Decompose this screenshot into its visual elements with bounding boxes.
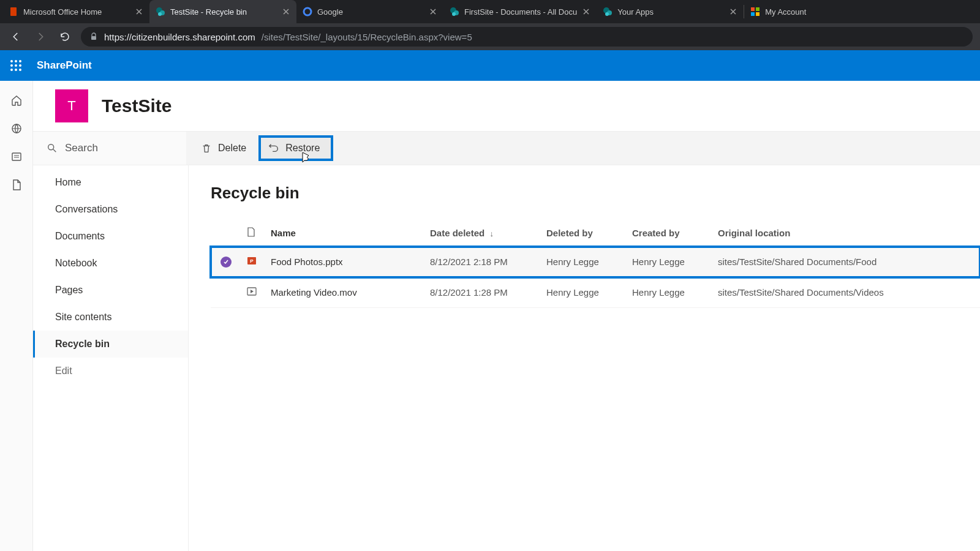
browser-tab-office[interactable]: Microsoft Office Home [2, 0, 149, 23]
file-icon[interactable] [10, 179, 23, 191]
cell-date: 8/12/2021 2:18 PM [425, 247, 541, 277]
nav-documents[interactable]: Documents [33, 223, 188, 250]
col-original-location[interactable]: Original location [713, 220, 980, 247]
undo-icon [268, 143, 279, 154]
svg-rect-14 [756, 12, 760, 16]
document-icon [246, 227, 256, 237]
svg-point-18 [19, 60, 21, 62]
sort-desc-icon: ↓ [489, 229, 494, 238]
svg-rect-13 [751, 12, 755, 16]
site-area: T TestSite Search Delete Restore H [33, 81, 980, 551]
close-icon[interactable] [729, 7, 737, 16]
cell-created-by: Henry Legge [627, 247, 713, 277]
url-path: /sites/TestSite/_layouts/15/RecycleBin.a… [262, 32, 472, 42]
main-content: Recycle bin Name Date deleted ↓ [189, 165, 980, 551]
browser-tab-testsite[interactable]: TestSite - Recycle bin [149, 0, 296, 23]
col-select[interactable] [211, 220, 241, 247]
nav-conversations[interactable]: Conversations [33, 196, 188, 223]
back-button[interactable] [7, 28, 24, 45]
delete-button[interactable]: Delete [191, 138, 256, 159]
svg-point-4 [304, 8, 311, 15]
news-icon[interactable] [10, 151, 23, 163]
tab-title: Your Apps [617, 7, 724, 17]
command-row: Search Delete Restore [33, 131, 980, 165]
nav-recycle-bin[interactable]: Recycle bin [33, 331, 188, 358]
restore-label: Restore [285, 143, 320, 154]
search-box[interactable]: Search [33, 131, 186, 165]
col-created-by[interactable]: Created by [627, 220, 713, 247]
browser-chrome: Microsoft Office Home TestSite - Recycle… [0, 0, 980, 50]
reload-button[interactable] [56, 28, 74, 45]
sharepoint-icon [450, 7, 459, 17]
app-rail [0, 81, 33, 551]
nav-pages[interactable]: Pages [33, 277, 188, 304]
svg-rect-15 [91, 36, 96, 40]
recyclebin-table: Name Date deleted ↓ Deleted by Created b… [211, 220, 980, 308]
trash-icon [201, 143, 212, 154]
svg-point-10 [605, 12, 609, 16]
suite-bar: SharePoint [0, 50, 980, 81]
svg-point-21 [19, 64, 21, 67]
app-launcher-button[interactable] [6, 56, 26, 75]
svg-point-7 [452, 12, 456, 16]
browser-tab-firstsite[interactable]: FirstSite - Documents - All Docu [443, 0, 597, 23]
cell-name: Food Photos.pptx [266, 247, 425, 277]
svg-point-27 [48, 144, 54, 150]
site-logo[interactable]: T [55, 89, 88, 122]
nav-notebook[interactable]: Notebook [33, 250, 188, 277]
svg-text:P: P [250, 258, 254, 264]
delete-label: Delete [218, 143, 246, 154]
svg-point-20 [15, 64, 17, 67]
tab-title: TestSite - Recycle bin [170, 7, 277, 17]
nav-home[interactable]: Home [33, 169, 188, 196]
browser-tab-myaccount[interactable]: My Account [744, 0, 854, 23]
col-icon[interactable] [241, 220, 266, 247]
table-row[interactable]: P Food Photos.pptx 8/12/2021 2:18 PM Hen… [211, 247, 980, 277]
cell-created-by: Henry Legge [627, 277, 713, 308]
globe-icon[interactable] [10, 122, 23, 135]
url-host: https://citizenbuilders.sharepoint.com [104, 32, 255, 42]
site-nav: Home Conversations Documents Notebook Pa… [33, 165, 189, 551]
tab-title: Google [317, 7, 424, 17]
home-icon[interactable] [10, 94, 23, 107]
site-title[interactable]: TestSite [102, 96, 172, 116]
microsoft-icon [750, 7, 760, 17]
browser-tab-yourapps[interactable]: Your Apps [597, 0, 744, 23]
row-selected-icon[interactable] [221, 257, 232, 268]
cell-date: 8/12/2021 1:28 PM [425, 277, 541, 308]
col-deleted-by[interactable]: Deleted by [541, 220, 627, 247]
video-icon [246, 286, 257, 297]
svg-rect-26 [12, 153, 21, 160]
nav-edit[interactable]: Edit [33, 358, 188, 384]
nav-site-contents[interactable]: Site contents [33, 304, 188, 331]
restore-button[interactable]: Restore [260, 137, 332, 160]
office-icon [9, 7, 18, 17]
col-date-deleted[interactable]: Date deleted ↓ [425, 220, 541, 247]
pptx-icon: P [246, 255, 257, 266]
svg-rect-12 [756, 7, 760, 11]
close-icon[interactable] [429, 7, 437, 16]
svg-point-22 [10, 69, 13, 71]
address-bar[interactable]: https://citizenbuilders.sharepoint.com/s… [81, 27, 973, 47]
google-icon [303, 7, 312, 17]
site-header: T TestSite [33, 81, 980, 131]
search-placeholder: Search [65, 142, 98, 154]
close-icon[interactable] [282, 7, 290, 16]
sharepoint-icon [156, 7, 165, 17]
close-icon[interactable] [135, 7, 143, 16]
tab-title: FirstSite - Documents - All Docu [464, 7, 577, 17]
svg-point-24 [19, 69, 21, 71]
table-row[interactable]: Marketing Video.mov 8/12/2021 1:28 PM He… [211, 277, 980, 308]
svg-point-19 [10, 64, 13, 67]
table-header-row: Name Date deleted ↓ Deleted by Created b… [211, 220, 980, 247]
svg-point-16 [10, 60, 13, 62]
forward-button[interactable] [32, 28, 49, 45]
close-icon[interactable] [582, 7, 590, 16]
col-name[interactable]: Name [266, 220, 425, 247]
browser-tab-google[interactable]: Google [296, 0, 443, 23]
tab-title: Microsoft Office Home [23, 7, 130, 17]
tab-strip: Microsoft Office Home TestSite - Recycle… [0, 0, 980, 23]
suite-product-link[interactable]: SharePoint [37, 59, 92, 72]
cell-location: sites/TestSite/Shared Documents/Videos [713, 277, 980, 308]
col-date-deleted-label: Date deleted [430, 228, 484, 238]
